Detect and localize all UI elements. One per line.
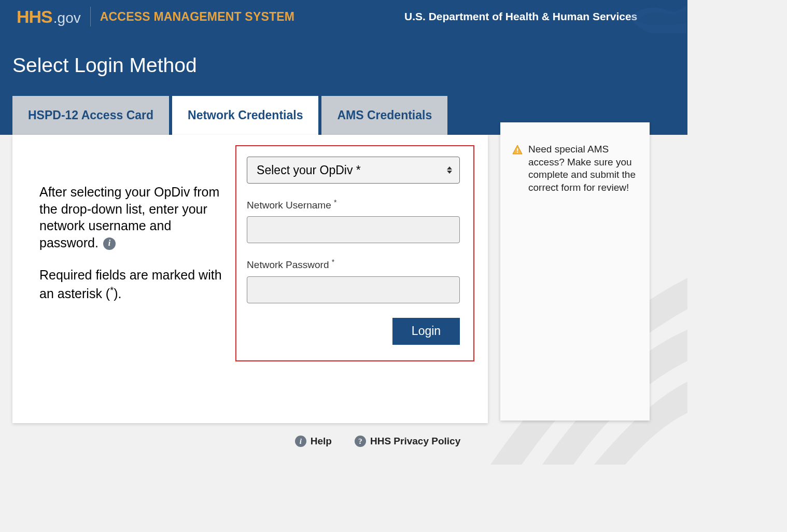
footer-links: i Help ? HHS Privacy Policy xyxy=(140,436,615,447)
site-logo[interactable]: HHS .gov xyxy=(17,7,81,27)
username-asterisk: * xyxy=(334,198,336,206)
tab-network-credentials[interactable]: Network Credentials xyxy=(172,96,318,135)
privacy-policy-link[interactable]: ? HHS Privacy Policy xyxy=(355,436,460,447)
logo-divider xyxy=(90,7,91,26)
privacy-link-label: HHS Privacy Policy xyxy=(370,436,460,447)
login-button[interactable]: Login xyxy=(392,318,460,345)
required-prefix: Required fields are marked with an aster… xyxy=(39,268,222,301)
warning-icon xyxy=(512,144,523,156)
side-panel: Need special AMS access? Make sure you c… xyxy=(500,122,650,421)
svg-rect-0 xyxy=(517,148,518,151)
password-input[interactable] xyxy=(247,276,460,303)
info-icon[interactable]: i xyxy=(103,237,116,250)
logo-gov-text: .gov xyxy=(53,10,81,26)
system-name: ACCESS MANAGEMENT SYSTEM xyxy=(100,10,294,24)
side-notice-text: Need special AMS access? Make sure you c… xyxy=(528,143,638,194)
instructions-main: After selecting your OpDiv from the drop… xyxy=(39,185,219,250)
username-label-text: Network Username xyxy=(247,200,331,211)
required-suffix: ). xyxy=(114,286,121,301)
content-wrap: After selecting your OpDiv from the drop… xyxy=(0,135,687,423)
sub-header: Select Login Method HSPD-12 Access Card … xyxy=(0,33,687,135)
page-title: Select Login Method xyxy=(12,54,675,77)
help-link[interactable]: i Help xyxy=(295,436,332,447)
tab-ams-credentials[interactable]: AMS Credentials xyxy=(321,96,447,135)
tab-hspd12[interactable]: HSPD-12 Access Card xyxy=(12,96,169,135)
help-link-label: Help xyxy=(311,436,332,447)
opdiv-select-placeholder: Select your OpDiv * xyxy=(257,163,361,177)
password-asterisk: * xyxy=(332,258,334,266)
header-bar: HHS .gov ACCESS MANAGEMENT SYSTEM U.S. D… xyxy=(0,0,687,33)
privacy-question-icon: ? xyxy=(355,436,366,447)
svg-rect-1 xyxy=(517,152,518,153)
password-label: Network Password * xyxy=(247,258,460,271)
login-method-tabs: HSPD-12 Access Card Network Credentials … xyxy=(12,96,451,135)
logo-hhs-text: HHS xyxy=(17,7,52,27)
eagle-decoration-icon xyxy=(620,0,687,33)
password-label-text: Network Password xyxy=(247,260,329,271)
main-panel: After selecting your OpDiv from the drop… xyxy=(12,135,488,423)
help-info-icon: i xyxy=(295,436,306,447)
login-form-box: Select your OpDiv * Network Username * N… xyxy=(235,145,474,361)
opdiv-select[interactable]: Select your OpDiv * xyxy=(247,157,460,184)
username-label: Network Username * xyxy=(247,198,460,211)
instructions-block: After selecting your OpDiv from the drop… xyxy=(39,184,230,303)
instructions-text: After selecting your OpDiv from the drop… xyxy=(39,184,230,251)
required-fields-text: Required fields are marked with an aster… xyxy=(39,267,230,303)
side-notice: Need special AMS access? Make sure you c… xyxy=(512,143,638,194)
department-title: U.S. Department of Health & Human Servic… xyxy=(404,10,637,23)
username-input[interactable] xyxy=(247,216,460,243)
select-caret-icon xyxy=(447,166,452,174)
